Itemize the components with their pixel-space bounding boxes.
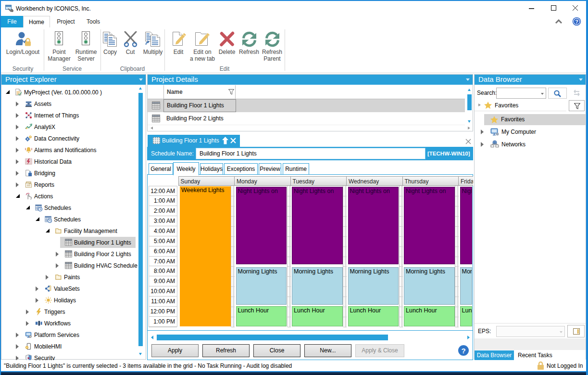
svg-text:?: ? (575, 19, 578, 25)
svg-text:?: ? (461, 347, 465, 355)
